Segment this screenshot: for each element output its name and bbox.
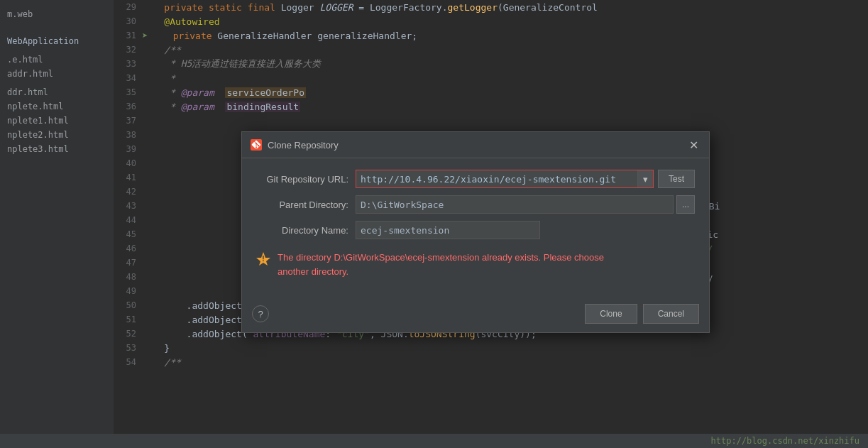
help-button[interactable]: ? (252, 305, 269, 322)
sidebar-item-mweb[interactable]: m.web (0, 7, 114, 21)
code-line-31: 31 ➤ private GeneralizeHandler generaliz… (114, 28, 868, 43)
sidebar-item-completehtml[interactable]: nplete.html (0, 99, 114, 114)
url-row: ▾ Test (356, 170, 695, 188)
code-line-54: 54 /** (114, 355, 868, 369)
error-section: ! The directory D:\GitWorkSpace\ecej-sme… (256, 248, 695, 281)
url-dropdown-button[interactable]: ▾ (637, 170, 653, 187)
annotation-arrow-icon: ➤ (142, 30, 148, 41)
git-url-combo: ▾ (356, 170, 654, 188)
error-message-text: The directory D:\GitWorkSpace\ecej-smext… (278, 251, 604, 278)
test-button[interactable]: Test (658, 170, 695, 188)
sidebar-item-ddrhtml[interactable]: ddr.html (0, 85, 114, 99)
sidebar-item-complete3html[interactable]: nplete3.html (0, 142, 114, 156)
sidebar-item-complete2html[interactable]: nplete2.html (0, 128, 114, 142)
git-logo-svg (251, 139, 262, 151)
git-url-input[interactable] (356, 170, 637, 187)
parent-directory-label: Parent Directory: (256, 200, 356, 210)
svg-text:!: ! (262, 255, 264, 263)
sidebar-item-addrhtml[interactable]: addr.html (0, 67, 114, 81)
git-url-row: Git Repository URL: ▾ Test (256, 170, 695, 188)
directory-name-label: Directory Name: (256, 225, 356, 236)
clone-repository-dialog: Clone Repository ✕ Git Repository URL: ▾… (241, 131, 710, 333)
dialog-body: Git Repository URL: ▾ Test Parent Direct… (242, 158, 709, 300)
warning-icon: ! (256, 251, 270, 266)
parent-directory-row: Parent Directory: ... (256, 195, 695, 214)
dialog-close-button[interactable]: ✕ (686, 138, 701, 152)
code-line-33: 33 * H5活动通过链接直接进入服务大类 (114, 57, 868, 71)
sidebar: m.web WebApplication .e.html addr.html d… (0, 0, 114, 448)
code-line-53: 53 } (114, 341, 868, 355)
code-line-36: 36 * @param bindingResult (114, 99, 868, 114)
bottom-bar: http://blog.csdn.net/xinzhifu (0, 434, 868, 448)
git-url-label: Git Repository URL: (256, 174, 356, 185)
code-line-34: 34 * (114, 71, 868, 85)
footer-buttons: Clone Cancel (585, 304, 699, 324)
sidebar-item-complete1html[interactable]: nplete1.html (0, 114, 114, 128)
dialog-title-left: Clone Repository (251, 139, 339, 151)
code-line-29: 29 private static final Logger LOGGER = … (114, 0, 868, 14)
git-icon (251, 139, 262, 151)
dialog-titlebar: Clone Repository ✕ (242, 132, 709, 158)
parent-directory-input[interactable] (356, 195, 674, 214)
dialog-footer: ? Clone Cancel (242, 300, 709, 332)
directory-name-row: Directory Name: (256, 221, 695, 239)
directory-name-input[interactable] (356, 221, 540, 239)
sidebar-item-ehtml[interactable]: .e.html (0, 53, 114, 67)
parent-directory-wrap: ... (356, 195, 695, 214)
bottom-url-text: http://blog.csdn.net/xinzhifu (710, 436, 859, 446)
clone-button[interactable]: Clone (585, 304, 637, 324)
code-line-32: 32 /** (114, 43, 868, 57)
code-line-35: 35 * @param serviceOrderPo (114, 85, 868, 99)
dialog-title-text: Clone Repository (268, 140, 339, 151)
cancel-button[interactable]: Cancel (643, 304, 699, 324)
code-line-37: 37 (114, 114, 868, 128)
sidebar-item-webapplication[interactable]: WebApplication (0, 34, 114, 48)
code-line-30: 30 @Autowired (114, 14, 868, 28)
browse-button[interactable]: ... (676, 195, 695, 214)
